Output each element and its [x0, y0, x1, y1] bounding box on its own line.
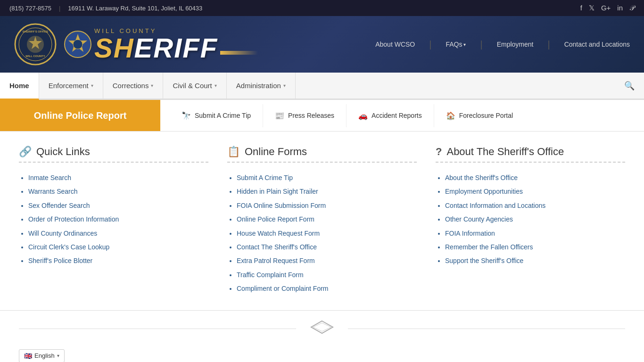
main-navigation: Home Enforcement ▾ Corrections ▾ Civil &…	[0, 73, 644, 100]
press-releases-icon: 📰	[275, 111, 284, 120]
about-sheriff-section: ? About The Sheriff's Office About the S…	[436, 146, 625, 296]
employment-link[interactable]: Employment	[497, 41, 534, 48]
list-item[interactable]: Sex Offender Search	[28, 199, 208, 213]
language-label: English	[34, 352, 55, 359]
googleplus-icon[interactable]: G+	[601, 4, 611, 12]
quick-links-icon: 🔗	[19, 146, 32, 158]
accident-reports-icon: 🚗	[358, 111, 368, 120]
list-item[interactable]: Online Police Report Form	[237, 213, 417, 226]
administration-chevron-icon: ▾	[283, 83, 286, 88]
list-item[interactable]: Sheriff's Police Blotter	[28, 254, 208, 268]
list-item[interactable]: Contact Information and Locations	[445, 199, 625, 213]
top-bar-contact: (815) 727-8575 | 16911 W. Laraway Rd, Su…	[9, 5, 202, 12]
online-forms-section: 📋 Online Forms Submit A Crime Tip Hidden…	[227, 146, 417, 296]
list-item[interactable]: Extra Patrol Request Form	[237, 254, 417, 268]
civil-court-chevron-icon: ▾	[215, 83, 217, 88]
quick-links-divider	[19, 162, 208, 163]
online-forms-list: Submit A Crime Tip Hidden in Plain Sight…	[227, 171, 417, 296]
nav-item-civil-court[interactable]: Civil & Court ▾	[163, 73, 226, 99]
language-chevron-icon: ▾	[57, 353, 59, 358]
quick-links-title: 🔗 Quick Links	[19, 146, 208, 158]
online-forms-title: 📋 Online Forms	[227, 146, 417, 158]
list-item[interactable]: Employment Opportunities	[445, 185, 625, 198]
header-nav: About WCSO | FAQs ▾ | Employment | Conta…	[375, 39, 630, 50]
about-icon: ?	[436, 146, 442, 158]
nav-item-enforcement[interactable]: Enforcement ▾	[39, 73, 103, 99]
sheriff-label: SHERIFF	[94, 34, 218, 62]
list-item[interactable]: Contact The Sheriff's Office	[237, 240, 417, 254]
flag-icon: 🇬🇧	[24, 352, 32, 360]
about-sheriff-divider	[436, 162, 625, 163]
social-links: f 𝕏 G+ in 𝒫	[580, 4, 635, 12]
list-item[interactable]: House Watch Request Form	[237, 227, 417, 240]
logo-area: SHERIFF'S OFFICE WILL COUNTY WILL COUNTY…	[14, 23, 258, 66]
linkedin-icon[interactable]: in	[617, 4, 623, 12]
content-area: 🔗 Quick Links Inmate Search Warrants Sea…	[0, 132, 644, 310]
nav-divider3: |	[547, 39, 550, 50]
phone-number: (815) 727-8575	[9, 5, 51, 12]
nav-item-home[interactable]: Home	[0, 73, 39, 100]
logo-text: WILL COUNTY SHERIFF	[94, 27, 258, 62]
list-item[interactable]: Traffic Complaint Form	[237, 268, 417, 282]
sheriff-badge: SHERIFF'S OFFICE WILL COUNTY	[14, 23, 57, 66]
foreclosure-icon: 🏠	[446, 111, 455, 120]
nav-item-corrections[interactable]: Corrections ▾	[103, 73, 164, 99]
nav-item-administration[interactable]: Administration ▾	[227, 73, 296, 99]
pinterest-icon[interactable]: 𝒫	[629, 4, 635, 12]
footer-diamond-icon	[310, 320, 334, 337]
quick-links-section: 🔗 Quick Links Inmate Search Warrants Sea…	[19, 146, 208, 296]
quick-links-list: Inmate Search Warrants Search Sex Offend…	[19, 171, 208, 268]
faqs-chevron-icon: ▾	[463, 42, 466, 47]
svg-text:WILL COUNTY: WILL COUNTY	[25, 55, 45, 58]
list-item[interactable]: Will County Ordinances	[28, 227, 208, 240]
faqs-link[interactable]: FAQs ▾	[446, 41, 466, 48]
enforcement-chevron-icon: ▾	[91, 83, 93, 88]
submit-crime-tip-link[interactable]: 🔭 Submit A Crime Tip	[170, 104, 263, 127]
list-item[interactable]: About the Sheriff's Office	[445, 171, 625, 185]
about-sheriff-list: About the Sheriff's Office Employment Op…	[436, 171, 625, 268]
about-sheriff-title: ? About The Sheriff's Office	[436, 146, 625, 158]
top-bar: (815) 727-8575 | 16911 W. Laraway Rd, Su…	[0, 0, 644, 16]
language-selector-area: 🇬🇧 English ▾	[0, 347, 644, 362]
divider: |	[59, 5, 60, 12]
footer-area	[0, 310, 644, 347]
search-icon: 🔍	[624, 81, 635, 91]
list-item[interactable]: Support the Sheriff's Office	[445, 254, 625, 268]
footer-line-left	[19, 329, 296, 329]
svg-text:SHERIFF'S OFFICE: SHERIFF'S OFFICE	[23, 30, 49, 33]
list-item[interactable]: Circuit Clerk's Case Lookup	[28, 240, 208, 254]
list-item[interactable]: Submit A Crime Tip	[237, 171, 417, 185]
online-forms-divider	[227, 162, 417, 163]
list-item[interactable]: FOIA Online Submission Form	[237, 199, 417, 213]
footer-line-right	[348, 329, 625, 329]
address: 16911 W. Laraway Rd, Suite 101, Joliet, …	[68, 5, 202, 12]
list-item[interactable]: Warrants Search	[28, 185, 208, 198]
accident-reports-link[interactable]: 🚗 Accident Reports	[347, 104, 434, 127]
list-item[interactable]: Inmate Search	[28, 171, 208, 185]
foreclosure-portal-link[interactable]: 🏠 Foreclosure Portal	[434, 104, 525, 127]
press-releases-link[interactable]: 📰 Press Releases	[263, 104, 347, 127]
online-forms-icon: 📋	[227, 146, 240, 158]
list-item[interactable]: FOIA Information	[445, 227, 625, 240]
list-item[interactable]: Compliment or Complaint Form	[237, 282, 417, 296]
nav-divider2: |	[480, 39, 482, 50]
online-police-report-button[interactable]: Online Police Report	[0, 100, 160, 131]
svg-point-8	[73, 40, 83, 49]
quick-bar: Online Police Report 🔭 Submit A Crime Ti…	[0, 100, 644, 132]
list-item[interactable]: Other County Agencies	[445, 213, 625, 226]
search-button[interactable]: 🔍	[615, 73, 644, 99]
contact-link[interactable]: Contact and Locations	[564, 41, 630, 48]
crime-tip-icon: 🔭	[182, 111, 191, 120]
corrections-chevron-icon: ▾	[151, 83, 153, 88]
list-item[interactable]: Remember the Fallen Officers	[445, 240, 625, 254]
site-header: SHERIFF'S OFFICE WILL COUNTY WILL COUNTY…	[0, 16, 644, 73]
star-badge	[64, 30, 92, 58]
about-wcso-link[interactable]: About WCSO	[375, 41, 415, 48]
quick-links-row: 🔭 Submit A Crime Tip 📰 Press Releases 🚗 …	[160, 100, 644, 131]
twitter-icon[interactable]: 𝕏	[589, 4, 594, 12]
list-item[interactable]: Hidden in Plain Sight Trailer	[237, 185, 417, 198]
nav-divider: |	[429, 39, 431, 50]
language-selector[interactable]: 🇬🇧 English ▾	[19, 349, 65, 362]
list-item[interactable]: Order of Protection Information	[28, 213, 208, 226]
facebook-icon[interactable]: f	[580, 4, 582, 12]
